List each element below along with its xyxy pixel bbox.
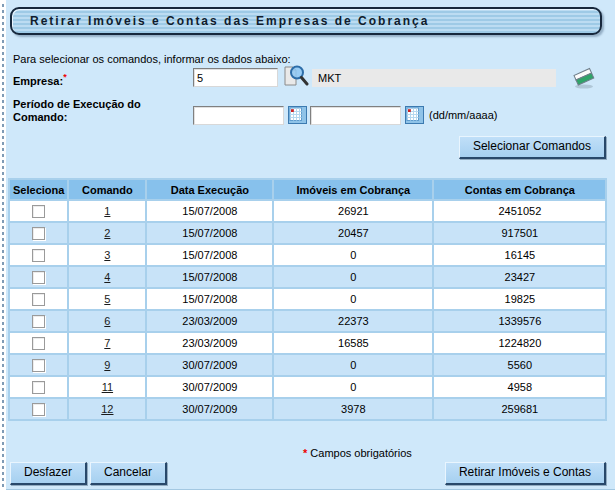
seleciona-checkbox[interactable] [32,227,45,240]
comando-link[interactable]: 11 [102,381,113,393]
table-row: 623/03/2009223731339576 [10,311,605,331]
comando-link[interactable]: 3 [104,249,110,261]
content-panel: Retirar Imóveis e Contas das Empresas de… [6,0,615,490]
empresa-code-input[interactable] [193,68,278,87]
contas-cell: 259681 [434,399,605,419]
seleciona-checkbox[interactable] [32,337,45,350]
window-title-bar: Retirar Imóveis e Contas das Empresas de… [10,7,602,35]
comando-cell: 7 [69,333,145,353]
comando-link[interactable]: 7 [104,337,110,349]
comando-link[interactable]: 4 [104,271,110,283]
comando-cell: 1 [69,201,145,221]
comando-link[interactable]: 9 [104,359,110,371]
seleciona-checkbox[interactable] [32,381,45,394]
desfazer-button[interactable]: Desfazer [10,462,87,485]
eraser-icon[interactable] [572,66,597,94]
data-execucao-cell: 15/07/2008 [147,267,272,287]
comando-link[interactable]: 12 [101,403,113,415]
data-execucao-cell: 15/07/2008 [147,201,272,221]
seleciona-checkbox[interactable] [32,359,45,372]
retirar-imoveis-contas-button[interactable]: Retirar Imóveis e Contas [445,462,606,485]
comando-link[interactable]: 6 [104,315,110,327]
comando-cell: 4 [69,267,145,287]
data-execucao-cell: 15/07/2008 [147,223,272,243]
comando-cell: 5 [69,289,145,309]
imoveis-cell: 0 [274,289,432,309]
seleciona-checkbox[interactable] [32,403,45,416]
calendar-to-icon[interactable] [405,106,424,128]
data-execucao-cell: 15/07/2008 [147,289,272,309]
comando-link[interactable]: 2 [104,227,110,239]
empresa-name-field: MKT [312,69,556,87]
table-row: 115/07/2008269212451052 [10,201,605,221]
required-asterisk: * [63,72,67,82]
required-fields-note: * Campos obrigatórios [303,447,412,459]
periodo-date-from-input[interactable] [193,106,284,125]
data-execucao-cell: 30/07/2009 [147,355,272,375]
contas-cell: 19825 [434,289,605,309]
seleciona-cell [10,223,67,243]
data-execucao-cell: 23/03/2009 [147,311,272,331]
imoveis-cell: 16585 [274,333,432,353]
table-row: 315/07/2008016145 [10,245,605,265]
empresa-label: Empresa:* [13,72,67,87]
comandos-table: Seleciona Comando Data Execução Imóveis … [8,178,607,421]
seleciona-cell [10,289,67,309]
contas-cell: 1224820 [434,333,605,353]
contas-cell: 1339576 [434,311,605,331]
seleciona-checkbox[interactable] [32,293,45,306]
table-row: 515/07/2008019825 [10,289,605,309]
seleciona-cell [10,399,67,419]
page-title: Retirar Imóveis e Contas das Empresas de… [30,14,429,28]
cancelar-button[interactable]: Cancelar [90,462,167,485]
header-data-execucao: Data Execução [147,180,272,199]
imoveis-cell: 26921 [274,201,432,221]
table-row: 415/07/2008023427 [10,267,605,287]
left-dashed-border [2,4,4,490]
data-execucao-cell: 23/03/2009 [147,333,272,353]
contas-cell: 2451052 [434,201,605,221]
table-row: 215/07/200820457917501 [10,223,605,243]
contas-cell: 4958 [434,377,605,397]
seleciona-checkbox[interactable] [32,315,45,328]
header-seleciona: Seleciona [10,180,67,199]
comando-cell: 2 [69,223,145,243]
comando-cell: 12 [69,399,145,419]
imoveis-cell: 0 [274,267,432,287]
comando-cell: 9 [69,355,145,375]
comando-cell: 6 [69,311,145,331]
seleciona-cell [10,377,67,397]
seleciona-checkbox[interactable] [32,205,45,218]
seleciona-cell [10,245,67,265]
data-execucao-cell: 15/07/2008 [147,245,272,265]
comando-cell: 3 [69,245,145,265]
data-execucao-cell: 30/07/2009 [147,377,272,397]
contas-cell: 917501 [434,223,605,243]
table-row: 930/07/200905560 [10,355,605,375]
empresa-lookup-icon[interactable] [283,64,309,92]
periodo-date-to-input[interactable] [310,106,401,125]
header-imoveis: Imóveis em Cobrança [274,180,432,199]
seleciona-cell [10,355,67,375]
imoveis-cell: 22373 [274,311,432,331]
date-format-hint: (dd/mm/aaaa) [429,109,497,121]
header-comando: Comando [69,180,145,199]
contas-cell: 5560 [434,355,605,375]
imoveis-cell: 0 [274,245,432,265]
imoveis-cell: 0 [274,355,432,375]
table-row: 1230/07/20093978259681 [10,399,605,419]
imoveis-cell: 20457 [274,223,432,243]
contas-cell: 16145 [434,245,605,265]
calendar-from-icon[interactable] [288,106,307,128]
table-row: 1130/07/200904958 [10,377,605,397]
comando-link[interactable]: 1 [104,205,110,217]
imoveis-cell: 3978 [274,399,432,419]
header-contas: Contas em Cobrança [434,180,605,199]
seleciona-checkbox[interactable] [32,249,45,262]
seleciona-checkbox[interactable] [32,271,45,284]
table-header-row: Seleciona Comando Data Execução Imóveis … [10,180,605,199]
comando-link[interactable]: 5 [104,293,110,305]
intro-text: Para selecionar os comandos, informar os… [13,53,291,65]
seleciona-cell [10,333,67,353]
selecionar-comandos-button[interactable]: Selecionar Comandos [459,136,606,159]
